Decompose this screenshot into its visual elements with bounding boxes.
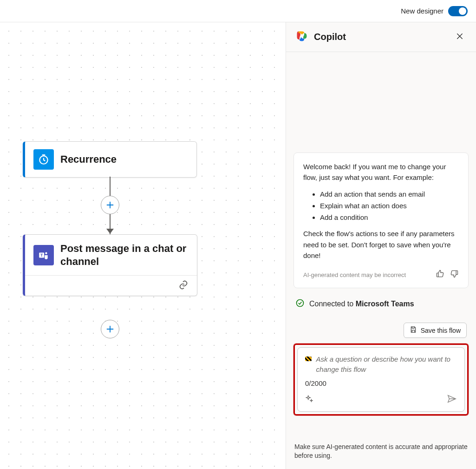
welcome-bullet: Add an action that sends an email (320, 189, 459, 199)
clock-icon (33, 149, 54, 170)
add-step-button[interactable] (101, 196, 119, 214)
svg-text:T: T (40, 253, 43, 258)
new-designer-label: New designer (401, 7, 443, 15)
prompt-placeholder[interactable]: Ask a question or describe how you want … (316, 354, 457, 375)
sparkle-button[interactable] (305, 395, 313, 405)
copilot-panel: Copilot Welcome back! If you want me to … (286, 22, 476, 469)
welcome-suggestions: Add an action that sends an email Explai… (313, 189, 459, 223)
connection-status: Connected to Microsoft Teams (295, 298, 467, 310)
copilot-prompt-box[interactable]: Ask a question or describe how you want … (297, 347, 465, 412)
save-flow-button[interactable]: Save this flow (404, 323, 467, 338)
node-title: Recurrence (60, 153, 117, 166)
teams-icon: T (33, 245, 54, 265)
copilot-logo-icon (295, 30, 308, 45)
svg-point-3 (45, 252, 47, 254)
new-designer-toggle[interactable] (448, 6, 468, 16)
send-icon (447, 394, 457, 404)
top-bar: New designer (0, 0, 476, 22)
flow-node-recurrence[interactable]: Recurrence (23, 141, 197, 178)
copilot-title: Copilot (314, 32, 346, 42)
node-title: Post message in a chat or channel (60, 242, 189, 268)
close-icon (456, 32, 464, 40)
copilot-header: Copilot (286, 22, 476, 52)
copilot-welcome-card: Welcome back! If you want me to change y… (293, 152, 469, 288)
connected-service: Microsoft Teams (356, 300, 414, 308)
welcome-followup: Check the flow's actions to see if any p… (303, 228, 459, 261)
close-button[interactable] (453, 29, 467, 45)
char-counter: 0/2000 (305, 379, 457, 387)
thumbs-down-icon (450, 269, 459, 278)
flow-node-post-message[interactable]: T Post message in a chat or channel (23, 234, 197, 296)
prompt-highlight-frame: Ask a question or describe how you want … (293, 343, 469, 416)
thumbs-up-icon (436, 269, 445, 278)
welcome-intro: Welcome back! If you want me to change y… (303, 161, 459, 183)
thumbs-down-button[interactable] (450, 269, 459, 281)
node-footer (25, 275, 197, 296)
flow-canvas[interactable]: Recurrence T Post message in a c (0, 22, 286, 469)
sparkle-icon (305, 395, 313, 403)
add-step-button[interactable] (101, 320, 119, 338)
svg-point-4 (297, 300, 304, 307)
welcome-bullet: Explain what an action does (320, 200, 459, 211)
welcome-bullet: Add a condition (320, 212, 459, 223)
save-icon (410, 326, 417, 335)
footer-disclaimer: Make sure AI-generated content is accura… (286, 438, 476, 469)
save-flow-label: Save this flow (421, 327, 461, 334)
construction-icon (305, 357, 312, 361)
send-button[interactable] (447, 394, 457, 406)
ai-disclaimer: AI-generated content may be incorrect (303, 271, 406, 280)
connected-prefix: Connected to (309, 300, 356, 308)
link-icon (178, 280, 189, 292)
checkmark-icon (295, 298, 305, 310)
flow-arrowhead-icon (106, 229, 114, 234)
thumbs-up-button[interactable] (436, 269, 445, 281)
